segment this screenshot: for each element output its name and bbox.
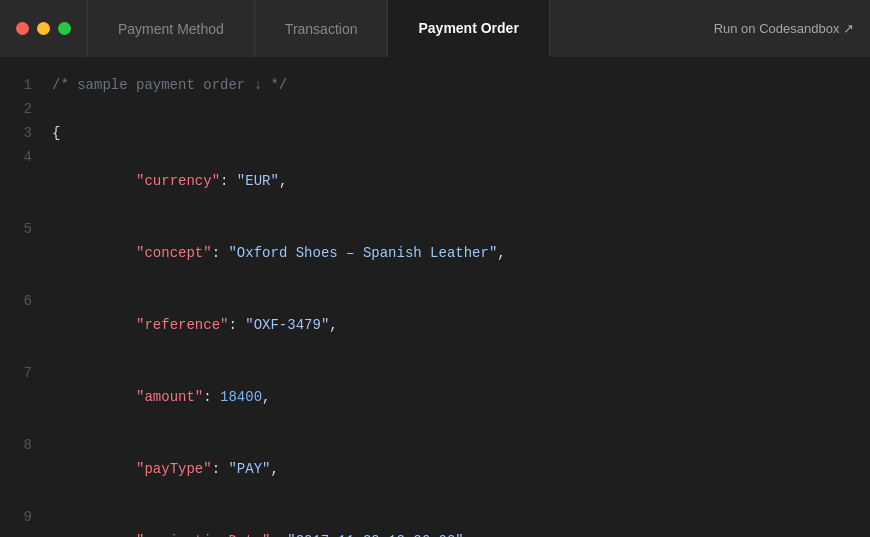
line-number: 2 [0,101,52,117]
line-number: 5 [0,221,52,237]
run-on-codesandbox-button[interactable]: Run on Codesandbox ↗ [698,21,870,36]
line-content: "concept": "Oxford Shoes – Spanish Leath… [52,217,506,289]
minimize-button[interactable] [37,22,50,35]
line-content: "expirationDate": "2017-11-29 12:26:00" [52,505,464,537]
code-container: 1 /* sample payment order ↓ */ 2 3 { 4 "… [0,57,870,537]
tab-transaction[interactable]: Transaction [255,0,389,57]
code-line-6: 6 "reference": "OXF-3479", [0,289,870,361]
code-line-5: 5 "concept": "Oxford Shoes – Spanish Lea… [0,217,870,289]
line-content [52,97,60,121]
code-line-3: 3 { [0,121,870,145]
close-button[interactable] [16,22,29,35]
line-number: 6 [0,293,52,309]
line-content: /* sample payment order ↓ */ [52,73,287,97]
line-content: { [52,121,60,145]
code-line-9: 9 "expirationDate": "2017-11-29 12:26:00… [0,505,870,537]
tab-payment-method[interactable]: Payment Method [87,0,255,57]
line-content: "amount": 18400, [52,361,270,433]
line-number: 3 [0,125,52,141]
code-line-2: 2 [0,97,870,121]
maximize-button[interactable] [58,22,71,35]
line-number: 9 [0,509,52,525]
tab-payment-order[interactable]: Payment Order [388,0,549,57]
line-content: "payType": "PAY", [52,433,279,505]
tabs: Payment Method Transaction Payment Order [87,0,698,57]
code-line-7: 7 "amount": 18400, [0,361,870,433]
code-line-1: 1 /* sample payment order ↓ */ [0,73,870,97]
line-content: "reference": "OXF-3479", [52,289,338,361]
code-line-4: 4 "currency": "EUR", [0,145,870,217]
line-content: "currency": "EUR", [52,145,287,217]
line-number: 1 [0,77,52,93]
line-number: 4 [0,149,52,165]
code-line-8: 8 "payType": "PAY", [0,433,870,505]
titlebar: Payment Method Transaction Payment Order… [0,0,870,57]
window-controls [0,22,87,35]
line-number: 8 [0,437,52,453]
line-number: 7 [0,365,52,381]
